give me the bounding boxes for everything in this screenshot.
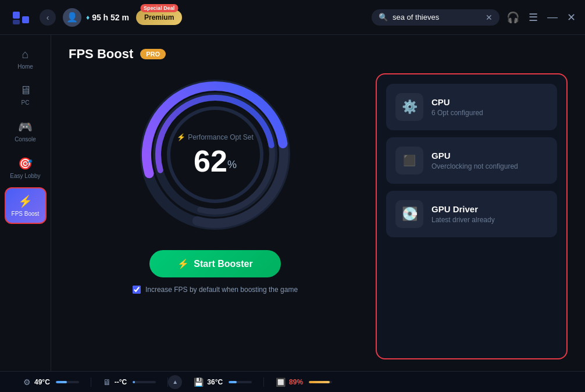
search-icon: 🔍	[379, 13, 388, 22]
status-disk-icon: 💾	[194, 377, 204, 387]
console-icon: 🎮	[18, 120, 33, 134]
gpu-card-text: GPU Overclocking not configured	[431, 151, 518, 170]
user-area: 👤 ♦ 95 h 52 m	[63, 8, 129, 27]
back-button[interactable]: ‹	[40, 9, 56, 26]
easy-lobby-icon: 🎯	[18, 156, 33, 170]
gauge-label-text: Performance Opt Set	[188, 133, 254, 141]
main-layout: ⌂ Home 🖥 PC 🎮 Console 🎯 Easy Lobby ⚡ FPS…	[0, 35, 585, 371]
cpu-card[interactable]: ⚙️ CPU 6 Opt configured	[386, 84, 557, 130]
header-icons: 🎧 ☰ — ✕	[506, 11, 576, 24]
diamond-icon: ♦	[86, 13, 90, 22]
header: ‹ 👤 ♦ 95 h 52 m Special Deal Premium 🔍 ✕…	[0, 0, 585, 35]
cpu-card-title: CPU	[431, 97, 483, 107]
gauge-label: ⚡ Performance Opt Set	[177, 133, 254, 141]
avatar: 👤	[63, 8, 81, 27]
status-memory: 🔲 89%	[264, 377, 344, 387]
status-cpu-bar	[56, 381, 79, 383]
gpu-driver-card[interactable]: 💽 GPU Driver Latest driver already	[386, 191, 557, 237]
search-box[interactable]: 🔍 ✕	[372, 9, 500, 26]
start-booster-icon: ⚡	[177, 258, 189, 269]
sidebar-label-console: Console	[15, 136, 36, 142]
gpu-card-subtitle: Overclocking not configured	[431, 162, 518, 170]
pc-icon: 🖥	[20, 84, 31, 97]
status-bar: ⚙ 49°C 🖥 --°C ▲ 💾 36°C 🔲 89%	[0, 371, 585, 392]
sidebar-label-pc: PC	[22, 99, 30, 106]
status-cpu: ⚙ 49°C	[12, 377, 91, 387]
hours-display: ♦ 95 h 52 m	[86, 13, 129, 22]
status-memory-bar	[309, 381, 332, 383]
special-deal-badge: Special Deal	[140, 4, 178, 12]
sidebar-item-fps-boost[interactable]: ⚡ FPS Boost	[5, 187, 47, 224]
status-gpu-fill	[133, 381, 135, 383]
premium-label: Premium	[144, 13, 174, 22]
status-gpu-icon: 🖥	[103, 377, 111, 387]
main-content: FPS Boost PRO	[51, 35, 585, 371]
start-booster-label: Start Booster	[194, 259, 252, 269]
cpu-card-subtitle: 6 Opt configured	[431, 109, 483, 117]
start-booster-button[interactable]: ⚡ Start Booster	[149, 250, 280, 277]
checkbox-row: Increase FPS by default when boosting th…	[133, 286, 298, 294]
status-gpu: 🖥 --°C	[91, 377, 168, 387]
status-gpu-value: --°C	[115, 378, 127, 386]
cpu-card-icon: ⚙️	[395, 93, 423, 121]
status-disk-fill	[229, 381, 237, 383]
right-panel: ⚙️ CPU 6 Opt configured ⬛ GPU Overclocki…	[376, 73, 568, 359]
gpu-driver-card-icon: 💽	[395, 200, 423, 228]
gauge-container: ⚡ Performance Opt Set 62%	[134, 73, 297, 236]
gpu-driver-card-subtitle: Latest driver already	[431, 216, 495, 224]
sidebar-label-fps-boost: FPS Boost	[12, 211, 40, 217]
sidebar-item-console[interactable]: 🎮 Console	[5, 114, 47, 148]
status-gpu-bar	[133, 381, 156, 383]
premium-button[interactable]: Special Deal Premium	[136, 10, 182, 25]
gauge-section: ⚡ Performance Opt Set 62% ⚡ Start Booste…	[69, 73, 362, 359]
gauge-unit: %	[227, 159, 237, 170]
hours-value: 95 h 52 m	[92, 13, 129, 22]
fps-checkbox[interactable]	[133, 286, 141, 294]
headset-icon[interactable]: 🎧	[506, 11, 519, 24]
status-memory-value: 89%	[289, 378, 303, 386]
search-input[interactable]	[393, 13, 481, 22]
status-disk: 💾 36°C	[182, 377, 264, 387]
page-title: FPS Boost	[69, 47, 133, 62]
status-cpu-icon: ⚙	[23, 377, 31, 387]
minimize-icon[interactable]: —	[547, 11, 558, 23]
svg-rect-2	[13, 20, 20, 24]
menu-icon[interactable]: ☰	[529, 11, 538, 24]
sidebar-item-home[interactable]: ⌂ Home	[5, 42, 47, 76]
home-icon: ⌂	[22, 48, 28, 61]
fps-boost-icon: ⚡	[18, 194, 33, 208]
content-body: ⚡ Performance Opt Set 62% ⚡ Start Booste…	[69, 73, 568, 359]
gpu-card-title: GPU	[431, 151, 518, 161]
pro-badge: PRO	[140, 49, 166, 59]
close-icon[interactable]: ✕	[567, 11, 576, 24]
gauge-value: 62	[194, 144, 227, 178]
status-disk-bar	[229, 381, 252, 383]
sidebar-label-home: Home	[17, 63, 33, 70]
status-memory-icon: 🔲	[276, 377, 286, 387]
sidebar-item-easy-lobby[interactable]: 🎯 Easy Lobby	[5, 151, 47, 185]
gpu-card-icon: ⬛	[395, 147, 423, 174]
gpu-card[interactable]: ⬛ GPU Overclocking not configured	[386, 137, 557, 184]
sidebar: ⌂ Home 🖥 PC 🎮 Console 🎯 Easy Lobby ⚡ FPS…	[0, 35, 51, 371]
fps-checkbox-label: Increase FPS by default when boosting th…	[145, 286, 298, 294]
svg-rect-1	[22, 16, 29, 23]
status-disk-value: 36°C	[207, 378, 223, 386]
cpu-card-text: CPU 6 Opt configured	[431, 97, 483, 117]
bolt-icon: ⚡	[177, 133, 186, 141]
search-clear-button[interactable]: ✕	[486, 13, 493, 22]
sidebar-item-pc[interactable]: 🖥 PC	[5, 78, 47, 112]
page-title-area: FPS Boost PRO	[69, 47, 568, 62]
sidebar-label-easy-lobby: Easy Lobby	[10, 173, 40, 179]
gauge-center: ⚡ Performance Opt Set 62%	[177, 133, 254, 176]
gpu-driver-card-text: GPU Driver Latest driver already	[431, 204, 495, 224]
status-cpu-value: 49°C	[34, 378, 50, 386]
svg-rect-0	[13, 12, 20, 19]
app-logo	[9, 6, 33, 29]
gauge-value-display: 62%	[194, 146, 237, 176]
status-cpu-fill	[56, 381, 67, 383]
status-chevron-up[interactable]: ▲	[168, 375, 182, 389]
status-memory-fill	[309, 381, 330, 383]
gpu-driver-card-title: GPU Driver	[431, 204, 495, 214]
